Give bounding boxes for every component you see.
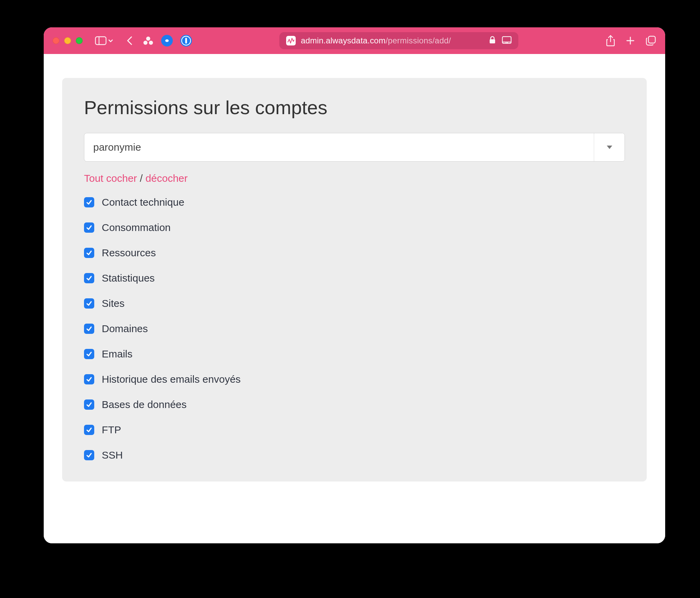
svg-point-4 [149, 41, 153, 45]
permission-item: Ressources [84, 247, 625, 259]
separator-text: / [137, 173, 145, 184]
svg-rect-0 [96, 37, 106, 45]
account-select-toggle[interactable] [594, 133, 625, 161]
permission-item: Historique des emails envoyés [84, 373, 625, 385]
permission-label: Consommation [102, 222, 171, 233]
permission-label: FTP [102, 424, 121, 436]
permission-item: Emails [84, 348, 625, 360]
window-controls [53, 37, 83, 44]
permission-checkbox[interactable] [84, 197, 94, 207]
extension-icon-1[interactable] [143, 35, 154, 46]
permission-item: FTP [84, 424, 625, 436]
titlebar: admin.alwaysdata.com/permissions/add/ [44, 27, 665, 54]
page-title: Permissions sur les comptes [84, 96, 625, 119]
permission-item: Consommation [84, 222, 625, 233]
permission-label: Historique des emails envoyés [102, 373, 241, 385]
permission-label: Sites [102, 298, 125, 309]
account-select[interactable]: paronymie [84, 133, 625, 162]
permission-label: Emails [102, 348, 132, 360]
permission-item: Bases de données [84, 399, 625, 410]
back-button[interactable] [126, 36, 135, 46]
permission-item: Contact technique [84, 196, 625, 208]
browser-window: admin.alwaysdata.com/permissions/add/ [44, 27, 665, 543]
svg-marker-16 [607, 146, 612, 149]
permission-checkbox[interactable] [84, 298, 94, 309]
chevron-down-icon[interactable] [108, 38, 113, 43]
zoom-window-button[interactable] [76, 37, 83, 44]
permission-checkbox[interactable] [84, 399, 94, 410]
permission-item: SSH [84, 449, 625, 461]
url-path: /permissions/add/ [386, 36, 451, 45]
permission-item: Statistiques [84, 272, 625, 284]
permission-checkbox[interactable] [84, 324, 94, 334]
uncheck-all-link[interactable]: décocher [145, 173, 187, 184]
permission-label: SSH [102, 449, 123, 461]
permission-checkbox[interactable] [84, 222, 94, 233]
new-tab-button[interactable] [626, 36, 635, 45]
url-text: admin.alwaysdata.com/permissions/add/ [301, 36, 451, 45]
svg-rect-7 [185, 38, 187, 44]
page-viewport: Permissions sur les comptes paronymie To… [44, 54, 665, 543]
permission-label: Bases de données [102, 399, 187, 410]
permission-label: Ressources [102, 247, 156, 259]
site-favicon [286, 36, 296, 45]
permissions-card: Permissions sur les comptes paronymie To… [62, 78, 647, 481]
bulk-toggle-links: Tout cocher / décocher [84, 173, 625, 184]
sidebar-toggle-button[interactable] [95, 36, 107, 45]
permission-checkbox[interactable] [84, 248, 94, 258]
permission-checkbox[interactable] [84, 349, 94, 359]
lock-icon [489, 36, 496, 45]
extension-icon-2[interactable] [161, 35, 173, 46]
close-window-button[interactable] [53, 37, 59, 44]
url-host: admin.alwaysdata.com [301, 36, 386, 45]
permissions-list: Contact techniqueConsommationRessourcesS… [84, 196, 625, 461]
1password-icon[interactable] [180, 35, 192, 46]
minimize-window-button[interactable] [64, 37, 71, 44]
check-all-link[interactable]: Tout cocher [84, 173, 137, 184]
permission-label: Statistiques [102, 272, 155, 284]
permission-checkbox[interactable] [84, 374, 94, 384]
reader-icon[interactable] [502, 36, 512, 45]
svg-point-3 [143, 41, 148, 45]
permission-item: Domaines [84, 323, 625, 335]
permission-label: Contact technique [102, 196, 184, 208]
share-button[interactable] [606, 35, 615, 46]
permission-checkbox[interactable] [84, 273, 94, 283]
permission-item: Sites [84, 298, 625, 309]
svg-rect-15 [648, 36, 655, 43]
permission-checkbox[interactable] [84, 450, 94, 460]
address-bar[interactable]: admin.alwaysdata.com/permissions/add/ [279, 32, 518, 49]
chevron-down-icon [606, 145, 613, 149]
permission-checkbox[interactable] [84, 425, 94, 435]
account-select-value: paronymie [84, 133, 594, 161]
svg-point-2 [146, 37, 150, 41]
tabs-overview-button[interactable] [645, 35, 656, 46]
svg-rect-8 [490, 39, 495, 43]
permission-label: Domaines [102, 323, 148, 335]
